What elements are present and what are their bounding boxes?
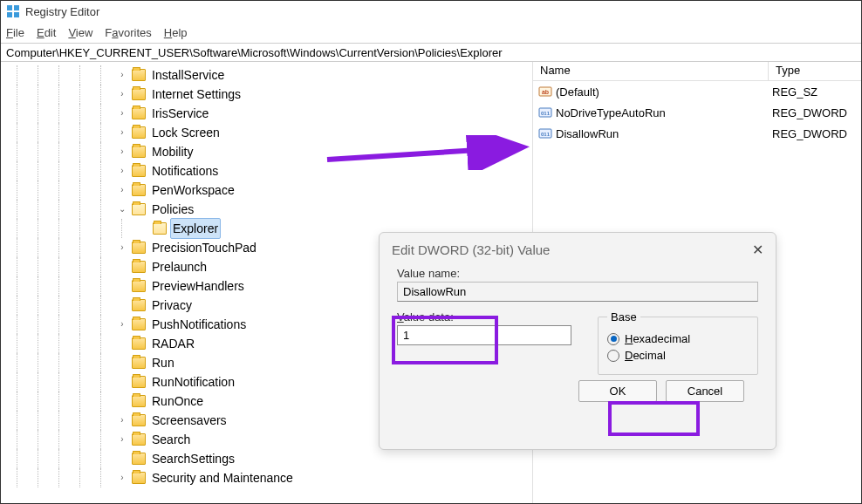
string-icon: ab: [538, 85, 552, 99]
folder-icon: [153, 222, 167, 235]
tree-label: PreviewHandlers: [149, 276, 247, 296]
svg-text:011: 011: [541, 132, 551, 137]
folder-icon: [132, 280, 146, 292]
ok-button[interactable]: OK: [578, 380, 657, 402]
tree-node-installservice[interactable]: ›InstallService: [11, 65, 532, 85]
folder-icon: [132, 126, 146, 139]
folder-icon: [132, 395, 146, 407]
tree-label: Lock Screen: [149, 123, 222, 142]
tree-node-internet-settings[interactable]: ›Internet Settings: [11, 85, 532, 104]
chevron-right-icon[interactable]: ›: [116, 104, 128, 123]
value-type: REG_SZ: [772, 85, 818, 99]
menu-favorites[interactable]: Favorites: [105, 26, 151, 39]
folder-icon: [132, 376, 146, 388]
tree-label: Notifications: [149, 161, 221, 180]
folder-icon: [132, 472, 146, 484]
chevron-right-icon[interactable]: ›: [116, 238, 128, 257]
chevron-right-icon[interactable]: ›: [116, 142, 128, 161]
tree-label: PrecisionTouchPad: [149, 238, 259, 257]
folder-icon: [132, 357, 146, 369]
tree-node-mobility[interactable]: ›Mobility: [11, 142, 532, 161]
radio-hex-icon: [607, 333, 619, 345]
list-header: Name Type: [533, 62, 861, 81]
value-row-nodrivetypeautorun[interactable]: 011NoDriveTypeAutoRunREG_DWORD: [533, 102, 861, 123]
folder-icon: [132, 203, 146, 215]
svg-rect-0: [7, 5, 12, 10]
chevron-right-icon[interactable]: ›: [116, 65, 128, 85]
tree-node-notifications[interactable]: ›Notifications: [11, 161, 532, 180]
menu-bar: File Edit View Favorites Help: [1, 22, 861, 43]
folder-icon: [132, 433, 146, 446]
folder-icon: [132, 453, 146, 465]
dword-icon: 011: [538, 126, 552, 140]
chevron-down-icon[interactable]: ⌄: [116, 200, 128, 219]
value-data-field[interactable]: 1: [397, 325, 571, 345]
folder-icon: [132, 299, 146, 311]
chevron-right-icon[interactable]: ›: [116, 411, 128, 430]
radio-hexadecimal[interactable]: Hexadecimal: [607, 332, 749, 345]
svg-rect-2: [7, 12, 12, 17]
tree-node-searchsettings[interactable]: ›SearchSettings: [11, 449, 532, 468]
tree-label: Security and Maintenance: [149, 468, 296, 487]
edit-dword-dialog: Edit DWORD (32-bit) Value ✕ Value name: …: [379, 232, 776, 450]
tree-label: Internet Settings: [149, 85, 243, 104]
chevron-right-icon[interactable]: ›: [116, 468, 128, 487]
folder-icon: [132, 184, 146, 196]
base-group: Base Hexadecimal Decimal: [598, 310, 758, 375]
column-type[interactable]: Type: [769, 62, 861, 80]
folder-icon: [132, 318, 146, 330]
tree-label: Mobility: [149, 142, 195, 161]
menu-view[interactable]: View: [68, 26, 92, 39]
folder-icon: [132, 414, 146, 426]
folder-icon: [132, 165, 146, 177]
tree-label: Screensavers: [149, 411, 229, 430]
svg-text:011: 011: [541, 111, 551, 116]
radio-decimal[interactable]: Decimal: [607, 349, 749, 362]
value-name: NoDriveTypeAutoRun: [556, 106, 772, 119]
chevron-right-icon[interactable]: ›: [116, 123, 128, 142]
folder-icon: [132, 69, 146, 81]
tree-label: InstallService: [149, 65, 227, 85]
chevron-right-icon[interactable]: ›: [116, 161, 128, 180]
title-bar: Registry Editor: [1, 1, 861, 22]
menu-file[interactable]: File: [6, 26, 24, 39]
menu-help[interactable]: Help: [164, 26, 188, 39]
tree-label: Policies: [149, 200, 196, 219]
tree-label: RunNotification: [149, 372, 237, 392]
tree-label: PushNotifications: [149, 315, 249, 334]
address-bar[interactable]: Computer\HKEY_CURRENT_USER\Software\Micr…: [1, 43, 861, 62]
value-row-disallowrun[interactable]: 011DisallowRunREG_DWORD: [533, 123, 861, 144]
value-name-label: Value name:: [397, 267, 758, 280]
value-name-field[interactable]: DisallowRun: [397, 282, 758, 302]
window-title: Registry Editor: [25, 5, 99, 18]
chevron-right-icon[interactable]: ›: [116, 430, 128, 449]
tree-label: Privacy: [149, 296, 195, 315]
tree-node-security-and-maintenance[interactable]: ›Security and Maintenance: [11, 468, 532, 487]
chevron-right-icon[interactable]: ›: [116, 315, 128, 334]
tree-node-policies[interactable]: ⌄Policies: [11, 200, 532, 219]
tree-label: Explorer: [170, 218, 221, 239]
value-name: (Default): [556, 85, 772, 99]
chevron-right-icon[interactable]: ›: [116, 180, 128, 200]
close-icon[interactable]: ✕: [752, 242, 763, 258]
folder-icon: [132, 88, 146, 100]
tree-node-irisservice[interactable]: ›IrisService: [11, 104, 532, 123]
dword-icon: 011: [538, 106, 552, 119]
svg-rect-3: [14, 12, 19, 17]
folder-icon: [132, 261, 146, 273]
base-legend: Base: [607, 310, 640, 324]
folder-icon: [132, 107, 146, 119]
tree-node-lock-screen[interactable]: ›Lock Screen: [11, 123, 532, 142]
cancel-button[interactable]: Cancel: [666, 380, 744, 402]
value-data-label: Value data:: [397, 310, 571, 324]
column-name[interactable]: Name: [533, 62, 769, 80]
dialog-title: Edit DWORD (32-bit) Value: [392, 242, 550, 257]
menu-edit[interactable]: Edit: [37, 26, 56, 39]
tree-node-penworkspace[interactable]: ›PenWorkspace: [11, 180, 532, 200]
tree-label: SearchSettings: [149, 449, 237, 468]
folder-icon: [132, 242, 146, 254]
folder-icon: [132, 337, 146, 350]
chevron-right-icon[interactable]: ›: [116, 85, 128, 104]
tree-label: RunOnce: [149, 392, 206, 411]
value-row-default[interactable]: ab(Default)REG_SZ: [533, 81, 861, 102]
